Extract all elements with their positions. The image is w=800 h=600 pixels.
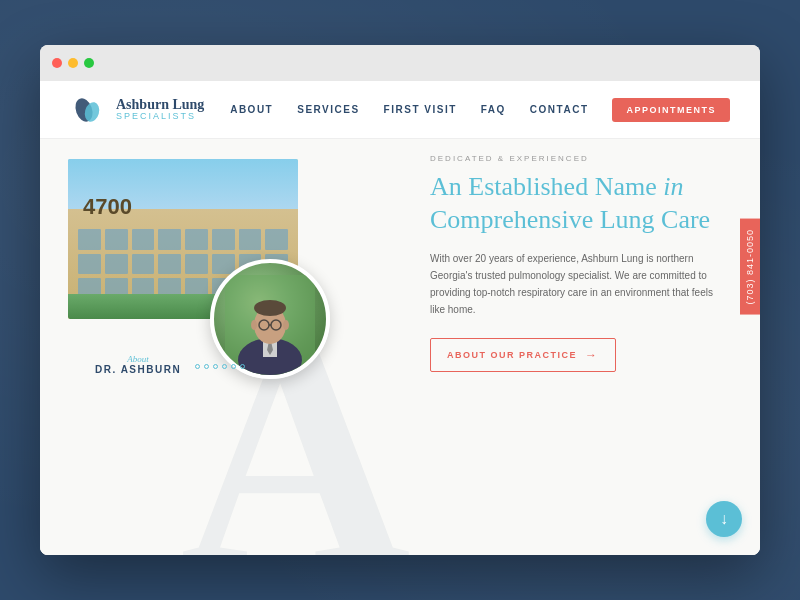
scroll-down-icon: ↓: [720, 510, 728, 528]
window: [158, 229, 181, 250]
building-number: 4700: [83, 194, 132, 220]
dot-5: [231, 364, 236, 369]
window: [78, 254, 101, 275]
window: [212, 229, 235, 250]
nav-first-visit[interactable]: FIRST VISIT: [384, 104, 457, 115]
appointments-button[interactable]: APPOINTMENTS: [612, 98, 730, 122]
window: [185, 254, 208, 275]
logo-subtitle: SPECIALISTS: [116, 112, 204, 122]
dot-3: [213, 364, 218, 369]
window: [132, 254, 155, 275]
scroll-down-button[interactable]: ↓: [706, 501, 742, 537]
dot-1: [195, 364, 200, 369]
window: [265, 229, 288, 250]
headline-italic: in: [663, 172, 683, 201]
nav-contact[interactable]: CONTACT: [530, 104, 589, 115]
window: [239, 229, 262, 250]
window: [185, 229, 208, 250]
headline-part2: Comprehensive Lung Care: [430, 205, 710, 234]
about-practice-button[interactable]: ABOUT OUR PRACTICE →: [430, 338, 616, 372]
logo-name: Ashburn Lung: [116, 97, 204, 112]
doctor-silhouette: [225, 275, 315, 375]
phone-vertical[interactable]: (703) 841-0050: [740, 219, 760, 315]
dot-4: [222, 364, 227, 369]
window: [158, 254, 181, 275]
hero-content: DEDICATED & EXPERIENCED An Established N…: [430, 154, 730, 372]
dot-2: [204, 364, 209, 369]
cta-label: ABOUT OUR PRACTICE: [447, 350, 577, 360]
headline-part1: An Established Name: [430, 172, 663, 201]
window: [78, 229, 101, 250]
dot-yellow[interactable]: [68, 58, 78, 68]
nav-about[interactable]: ABOUT: [230, 104, 273, 115]
logo-text: Ashburn Lung SPECIALISTS: [116, 97, 204, 122]
svg-point-8: [254, 300, 286, 316]
navbar: Ashburn Lung SPECIALISTS ABOUT SERVICES …: [40, 81, 760, 139]
svg-point-13: [283, 320, 289, 330]
logo-icon: [70, 92, 106, 128]
dots-decoration: [195, 364, 245, 369]
doctor-name: DR. ASHBURN: [95, 364, 181, 375]
window: [105, 229, 128, 250]
hero-tagline: DEDICATED & EXPERIENCED: [430, 154, 730, 163]
dot-6: [240, 364, 245, 369]
dot-red[interactable]: [52, 58, 62, 68]
browser-content: Ashburn Lung SPECIALISTS ABOUT SERVICES …: [40, 81, 760, 555]
browser-dots: [52, 58, 94, 68]
doctor-photo: [210, 259, 330, 379]
doctor-about-text: About: [95, 354, 181, 364]
hero-section: A (703) 841-0050 4700: [40, 139, 760, 555]
cta-arrow-icon: →: [585, 348, 599, 362]
window: [132, 229, 155, 250]
hero-headline: An Established Name in Comprehensive Lun…: [430, 171, 730, 236]
window: [105, 254, 128, 275]
browser-window: Ashburn Lung SPECIALISTS ABOUT SERVICES …: [40, 45, 760, 555]
browser-chrome: [40, 45, 760, 81]
svg-point-12: [251, 320, 257, 330]
nav-faq[interactable]: FAQ: [481, 104, 506, 115]
hero-body: With over 20 years of experience, Ashbur…: [430, 250, 730, 318]
doctor-label: About DR. ASHBURN: [95, 354, 181, 375]
logo-area: Ashburn Lung SPECIALISTS: [70, 92, 204, 128]
nav-services[interactable]: SERVICES: [297, 104, 359, 115]
nav-links: ABOUT SERVICES FIRST VISIT FAQ CONTACT A…: [230, 98, 730, 122]
dot-green[interactable]: [84, 58, 94, 68]
doctor-photo-container: [210, 259, 330, 379]
